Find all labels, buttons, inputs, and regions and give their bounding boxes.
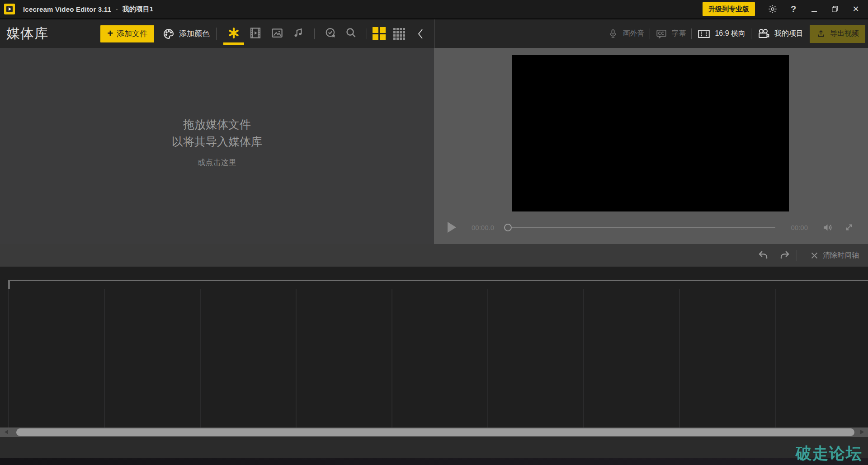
search-icon [345, 27, 357, 39]
video-display [512, 55, 789, 211]
play-button[interactable] [448, 222, 456, 233]
large-grid-view-button[interactable] [373, 27, 386, 41]
bottom-strip [0, 458, 868, 465]
fullscreen-button[interactable] [844, 222, 854, 233]
seek-track[interactable] [512, 227, 775, 228]
media-library-panel: 拖放媒体文件 以将其导入媒体库 或点击这里 [0, 48, 434, 244]
help-button[interactable]: ? [786, 2, 801, 16]
title-separator: - [116, 5, 118, 13]
close-icon: ✕ [852, 4, 859, 14]
app-title: Icecream Video Editor 3.11 [23, 5, 111, 13]
media-dropzone[interactable]: 拖放媒体文件 以将其导入媒体库 或点击这里 [0, 116, 434, 168]
voiceover-label: 画外音 [623, 29, 644, 38]
scroll-right-arrow-icon[interactable] [860, 430, 864, 434]
filter-all-button[interactable] [225, 23, 243, 44]
palette-icon [162, 28, 175, 40]
page-title: 媒体库 [6, 24, 48, 43]
video-preview-panel: 00:00.0 00:00 [434, 48, 868, 244]
music-note-icon [292, 27, 305, 39]
maximize-button[interactable] [827, 2, 843, 16]
film-frame-icon [697, 28, 711, 40]
fullscreen-expand-icon [844, 222, 854, 233]
seek-handle[interactable] [504, 224, 512, 231]
title-bar: Icecream Video Editor 3.11 - 我的项目1 升级到专业… [0, 0, 868, 18]
add-color-button[interactable]: 添加颜色 [162, 28, 210, 40]
my-projects-button[interactable]: 我的项目 [757, 28, 803, 40]
add-file-label: 添加文件 [117, 28, 147, 39]
project-name: 我的项目1 [123, 5, 153, 14]
undo-icon [757, 249, 769, 261]
deselect-all-button[interactable] [322, 24, 339, 44]
movie-camera-icon [757, 28, 770, 40]
timeline-playhead-origin [8, 280, 10, 289]
add-color-label: 添加颜色 [179, 28, 210, 39]
collapse-panel-button[interactable] [417, 28, 424, 40]
toolbar-separator [751, 28, 751, 39]
cc-subtitles-icon [656, 28, 667, 40]
app-logo-icon [4, 4, 15, 14]
undo-button[interactable] [757, 249, 769, 261]
aspect-ratio-button[interactable]: 16:9 横向 [697, 28, 745, 40]
current-time: 00:00.0 [472, 224, 494, 231]
preview-toolbar: 画外音 字幕 [434, 19, 868, 48]
watermark-text: 破走论坛 [796, 443, 863, 464]
volume-button[interactable] [821, 221, 834, 234]
subtitles-label: 字幕 [671, 29, 686, 38]
microphone-icon [608, 28, 618, 39]
settings-button[interactable] [765, 2, 780, 16]
dropzone-line2: 以将其导入媒体库 [0, 133, 434, 150]
timeline-gridlines [8, 289, 868, 427]
scrollbar-thumb[interactable] [16, 428, 854, 436]
filter-audio-button[interactable] [290, 24, 307, 44]
restore-window-icon [830, 5, 840, 14]
close-button[interactable]: ✕ [848, 2, 863, 16]
dropzone-line1: 拖放媒体文件 [0, 116, 434, 133]
media-library-header: 媒体库 + 添加文件 添加颜色 [0, 19, 434, 48]
speaker-icon [821, 221, 834, 234]
clear-timeline-button[interactable]: 清除时间轴 [811, 251, 859, 260]
header-separator [367, 28, 367, 39]
image-icon [270, 26, 284, 40]
clear-x-icon [811, 252, 818, 259]
minimize-button[interactable] [807, 2, 822, 16]
scroll-left-arrow-icon[interactable] [5, 430, 8, 434]
toolbar-separator [691, 28, 692, 39]
subtitles-button[interactable]: 字幕 [656, 28, 686, 40]
export-video-button[interactable]: 导出视频 [810, 25, 865, 43]
export-upload-icon [816, 29, 826, 39]
help-icon: ? [791, 4, 796, 14]
seek-slider[interactable] [504, 224, 791, 231]
my-projects-label: 我的项目 [774, 29, 803, 38]
horizontal-scrollbar[interactable] [0, 427, 868, 437]
main-area: 拖放媒体文件 以将其导入媒体库 或点击这里 00:00.0 00:00 [0, 48, 868, 244]
timeline-area[interactable] [0, 267, 868, 427]
toolbar-separator [797, 250, 797, 261]
search-button[interactable] [343, 24, 359, 43]
bottom-bar: 破走论坛 [0, 437, 868, 465]
toolbar-separator [650, 28, 650, 39]
export-video-label: 导出视频 [830, 29, 859, 38]
small-grid-view-button[interactable] [393, 28, 405, 40]
timeline-toolbar: 清除时间轴 [0, 244, 868, 267]
filmstrip-play-icon [249, 26, 262, 40]
clear-timeline-label: 清除时间轴 [823, 251, 859, 260]
add-file-button[interactable]: + 添加文件 [100, 25, 154, 42]
upgrade-to-pro-button[interactable]: 升级到专业版 [703, 2, 755, 16]
gear-icon [768, 4, 778, 14]
redo-icon [778, 249, 791, 261]
check-circle-x-icon [324, 27, 337, 39]
total-time: 00:00 [791, 224, 808, 231]
dropzone-hint: 或点击这里 [0, 157, 434, 168]
timeline-ruler [8, 280, 868, 281]
voiceover-button[interactable]: 画外音 [608, 28, 644, 39]
active-filter-underline [223, 42, 244, 45]
aspect-ratio-label: 16:9 横向 [715, 29, 745, 38]
plus-icon: + [107, 28, 113, 38]
asterisk-icon [227, 26, 241, 40]
chevron-left-icon [417, 28, 424, 40]
header-separator [216, 28, 217, 40]
header-bar: 媒体库 + 添加文件 添加颜色 [0, 19, 868, 48]
redo-button[interactable] [778, 249, 791, 261]
filter-video-button[interactable] [246, 23, 264, 44]
filter-image-button[interactable] [268, 23, 286, 44]
